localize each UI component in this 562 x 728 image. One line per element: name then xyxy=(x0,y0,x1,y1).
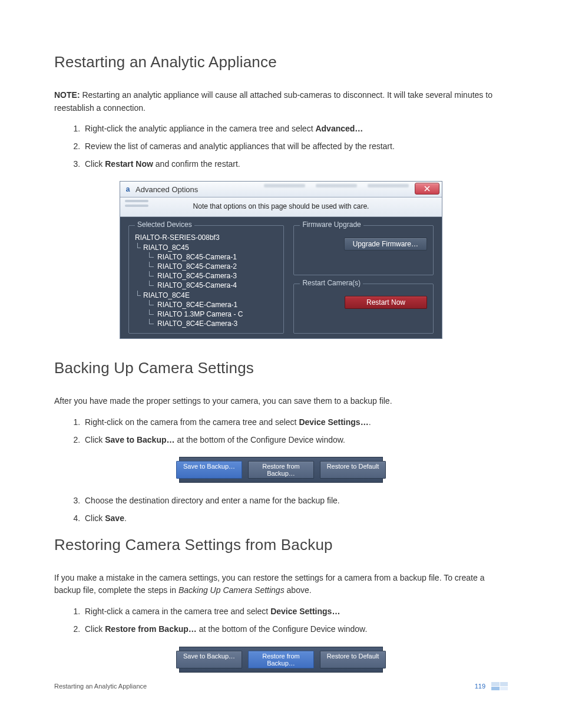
tree-node[interactable]: RIALTO_8C45 xyxy=(135,243,277,252)
close-button[interactable] xyxy=(415,183,439,195)
restore-to-default-button[interactable]: Restore to Default xyxy=(320,651,386,668)
restore-to-default-button[interactable]: Restore to Default xyxy=(320,461,386,479)
list-item: Review the list of cameras and analytic … xyxy=(82,140,508,153)
backup-intro: After you have made the proper settings … xyxy=(54,395,508,408)
tree-node[interactable]: RIALTO 1.3MP Camera - C xyxy=(135,309,277,319)
device-tree: RIALTO-R-SERIES-008bf3 RIALTO_8C45 RIALT… xyxy=(135,233,277,328)
tree-node[interactable]: RIALTO-R-SERIES-008bf3 xyxy=(135,233,277,242)
list-item: Click Restart Now and confirm the restar… xyxy=(82,158,508,171)
list-item: Click Restore from Backup… at the bottom… xyxy=(82,623,508,636)
footer-logo-icon xyxy=(491,682,508,690)
note-text: Restarting an analytic appliance will ca… xyxy=(54,90,492,113)
tree-node[interactable]: RIALTO_8C4E-Camera-1 xyxy=(135,300,277,309)
note-label: NOTE: xyxy=(54,90,80,100)
tree-node[interactable]: RIALTO_8C45-Camera-3 xyxy=(135,271,277,281)
tree-node[interactable]: RIALTO_8C4E xyxy=(135,291,277,300)
note-paragraph: NOTE: Restarting an analytic appliance w… xyxy=(54,89,508,114)
restore-from-backup-button[interactable]: Restore from Backup… xyxy=(248,461,314,479)
dialog-titlebar: a Advanced Options xyxy=(120,182,442,197)
blurred-background-text xyxy=(256,183,409,196)
page-number: 119 xyxy=(475,683,485,690)
backup-steps-continued: Choose the destination directory and ent… xyxy=(54,495,508,525)
firmware-upgrade-group: Firmware Upgrade Upgrade Firmware… xyxy=(293,225,434,275)
tree-node[interactable]: RIALTO_8C45-Camera-1 xyxy=(135,252,277,262)
list-item: Click Save to Backup… at the bottom of t… xyxy=(82,434,508,447)
save-to-backup-button[interactable]: Save to Backup… xyxy=(176,461,242,479)
restart-now-button[interactable]: Restart Now xyxy=(345,296,427,309)
list-item: Right-click the analytic appliance in th… xyxy=(82,123,508,136)
list-item: Choose the destination directory and ent… xyxy=(82,495,508,508)
backup-steps: Right-click on the camera from the camer… xyxy=(54,416,508,446)
dialog-warning-banner: Note that options on this page should be… xyxy=(120,197,442,217)
restart-cameras-group: Restart Camera(s) Restart Now xyxy=(293,284,434,334)
list-item: Click Save. xyxy=(82,512,508,525)
upgrade-firmware-button[interactable]: Upgrade Firmware… xyxy=(344,238,427,251)
restore-button-bar: Save to Backup… Restore from Backup… Res… xyxy=(179,647,383,673)
backup-button-bar: Save to Backup… Restore from Backup… Res… xyxy=(179,457,383,483)
heading-backup: Backing Up Camera Settings xyxy=(54,359,508,377)
advanced-options-dialog: a Advanced Options Note that options on … xyxy=(120,181,442,339)
list-item: Right-click a camera in the camera tree … xyxy=(82,605,508,618)
close-icon xyxy=(424,186,430,192)
app-icon: a xyxy=(124,185,132,193)
restore-steps: Right-click a camera in the camera tree … xyxy=(54,605,508,635)
footer-title: Restarting an Analytic Appliance xyxy=(54,683,147,690)
tree-node[interactable]: RIALTO_8C4E-Camera-3 xyxy=(135,319,277,328)
restore-from-backup-button[interactable]: Restore from Backup… xyxy=(248,651,314,668)
tree-node[interactable]: RIALTO_8C45-Camera-4 xyxy=(135,281,277,290)
save-to-backup-button[interactable]: Save to Backup… xyxy=(176,651,242,668)
page-footer: Restarting an Analytic Appliance 119 xyxy=(54,682,508,690)
restart-steps: Right-click the analytic appliance in th… xyxy=(54,123,508,170)
restore-intro: If you make a mistake in the camera sett… xyxy=(54,572,508,597)
list-item: Right-click on the camera from the camer… xyxy=(82,416,508,429)
selected-devices-group: Selected Devices RIALTO-R-SERIES-008bf3 … xyxy=(128,225,284,334)
tree-node[interactable]: RIALTO_8C45-Camera-2 xyxy=(135,262,277,271)
heading-restart: Restarting an Analytic Appliance xyxy=(54,53,508,71)
restart-cameras-label: Restart Camera(s) xyxy=(300,279,363,287)
dialog-title: Advanced Options xyxy=(135,185,198,194)
selected-devices-label: Selected Devices xyxy=(135,220,194,229)
firmware-upgrade-label: Firmware Upgrade xyxy=(300,220,363,229)
heading-restore: Restoring Camera Settings from Backup xyxy=(54,536,508,554)
